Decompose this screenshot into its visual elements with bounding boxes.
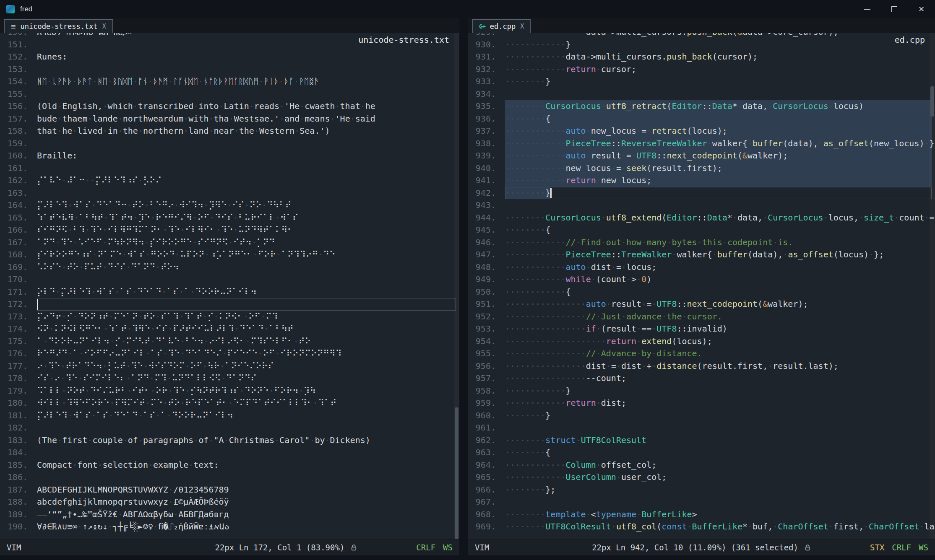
code-line[interactable]: 161. — [0, 162, 459, 175]
code-line[interactable]: 945.········{ — [468, 224, 935, 236]
code-line[interactable]: 158.that·he·lived·in·the·northern·land·n… — [0, 125, 459, 137]
code-line[interactable]: 940.············new_locus·=·seek(result.… — [468, 162, 935, 175]
code-line[interactable]: 964.············Column·offset_col; — [468, 459, 935, 472]
code-line[interactable]: 159. — [0, 137, 459, 150]
code-line[interactable]: 963.········{ — [468, 446, 935, 459]
tab-close-icon[interactable]: X — [520, 23, 524, 30]
code-line[interactable]: 968.········template·<typename·BufferLik… — [468, 508, 935, 521]
code-line[interactable]: 965.············UserColumn·user_col; — [468, 471, 935, 484]
code-line[interactable]: 953.················if·(result·==·UTF8::… — [468, 323, 935, 335]
code-line[interactable]: 944.········CursorLocus·utf8_extend(Edit… — [468, 212, 935, 224]
code-line[interactable]: 930.············} — [468, 39, 935, 51]
code-line[interactable]: 931.············data->multi_cursors.push… — [468, 51, 935, 63]
code-line[interactable]: 962.········struct·UTF8ColResult — [468, 434, 935, 447]
code-line[interactable]: 186. — [0, 471, 459, 484]
code-line[interactable]: 949.············while·(count·>·0) — [468, 273, 935, 286]
code-line[interactable]: 929.················data->multi_cursors.… — [468, 33, 935, 39]
code-line[interactable]: 961. — [468, 422, 935, 434]
code-line[interactable]: 183.(The·first·couple·of·paragraphs·of·"… — [0, 434, 459, 447]
code-line[interactable]: 967. — [468, 496, 935, 508]
tab-label: unicode-stress.txt — [20, 22, 97, 31]
code-line[interactable]: 943. — [468, 199, 935, 212]
code-line[interactable]: 155. — [0, 88, 459, 101]
code-line[interactable]: 957.················--count; — [468, 372, 935, 385]
code-line[interactable]: 166.⠎⠊⠛⠝⠫·⠃⠹·⠹⠑·⠊⠇⠻⠛⠹⠍⠁⠝⠂·⠹⠑·⠊⠇⠻⠊⠂·⠹⠑·⠥⠝… — [0, 224, 459, 236]
code-line[interactable]: 175.⠁·⠙⠕⠕⠗⠤⠝⠁⠊⠇⠲·⡊·⠍⠊⠣⠞·⠙⠁⠧⠑·⠃⠑⠲·⠔⠊⠇⠔⠫⠂·… — [0, 335, 459, 348]
code-line[interactable]: 947.············PieceTree::TreeWalker·wa… — [468, 249, 935, 261]
code-line[interactable]: 174.⠪⠝·⠅⠝⠪⠇⠫⠛⠑⠂·⠱⠁⠞·⠹⠻⠑·⠊⠎·⠏⠜⠞⠊⠊⠥⠇⠜⠇⠹·⠙⠑… — [0, 323, 459, 335]
code-line[interactable]: 171.⡕⠇⠙·⡍⠜⠇⠑⠹·⠺⠁⠎·⠁⠎·⠙⠑⠁⠙·⠁⠎·⠁·⠙⠕⠕⠗⠤⠝⠁⠊⠇… — [0, 286, 459, 298]
code-line[interactable]: 956.················dist·=·dist·+·distan… — [468, 360, 935, 373]
code-line[interactable]: 160.Braille: — [0, 150, 459, 162]
code-line[interactable]: 170. — [0, 273, 459, 286]
code-line[interactable]: 163. — [0, 187, 459, 200]
code-line[interactable]: 169.⠡⠕⠎⠑·⠞⠕·⠏⠥⠞·⠙⠊⠎·⠙⠁⠝⠙·⠞⠕⠲ — [0, 261, 459, 274]
code-line[interactable]: 952.················//·Just·advance·the·… — [468, 311, 935, 323]
code-line[interactable]: 181.⡍⠜⠇⠑⠹·⠺⠁⠎·⠁⠎·⠙⠑⠁⠙·⠁⠎·⠁·⠙⠕⠕⠗⠤⠝⠁⠊⠇⠲ — [0, 410, 459, 422]
scrollbar-thumb[interactable] — [930, 86, 934, 117]
code-line[interactable]: 165.⠱⠁⠞⠑⠧⠻·⠁⠃⠳⠞·⠹⠁⠞⠲·⡹⠑·⠗⠑⠛⠊⠌⠻·⠕⠋·⠙⠊⠎·⠃⠥… — [0, 212, 459, 224]
code-line[interactable]: 154.ᚻᛖ·ᚳᚹᚫᚦ·ᚦᚫᛏ·ᚻᛖ·ᛒᚢᛞᛖ·ᚩᚾ·ᚦᚫᛗ·ᛚᚪᚾᛞᛖ·ᚾᚩᚱ… — [0, 75, 459, 88]
code-line[interactable]: 184. — [0, 446, 459, 459]
scrollbar-thumb[interactable] — [455, 407, 458, 539]
line-number: 156. — [0, 100, 28, 113]
line-number: 934. — [468, 88, 496, 101]
code-line[interactable]: 157.bude·thaem·lande·northweardum·with·t… — [0, 113, 459, 125]
code-line[interactable]: 180.⠺⠊⠇⠇·⠹⠻⠑⠋⠕⠗⠑·⠏⠻⠍⠊⠞·⠍⠑·⠞⠕·⠗⠑⠏⠑⠁⠞⠂·⠑⠍⠏… — [0, 397, 459, 410]
code-line[interactable]: 966.········}; — [468, 484, 935, 496]
editor-surface-left[interactable]: unicode-stress.txt 150.እግርህን·በፍራሽህ·ልክ·ዘር… — [0, 33, 459, 539]
code-line[interactable]: 948.············auto·dist·=·locus; — [468, 261, 935, 274]
code-line[interactable]: 958.············} — [468, 385, 935, 397]
code-line[interactable]: 939.············auto·result·=·UTF8::next… — [468, 150, 935, 162]
scrollbar-left[interactable] — [454, 33, 459, 539]
code-line[interactable]: 932.············return·cursor; — [468, 63, 935, 76]
window-title: fred — [20, 5, 32, 13]
code-line[interactable]: 969.········UTF8ColResult·utf8_col(const… — [468, 521, 935, 533]
code-line[interactable]: 938.············PieceTree::ReverseTreeWa… — [468, 137, 935, 150]
code-line[interactable]: 182. — [0, 422, 459, 434]
editor-surface-right[interactable]: ed.cpp 929.················data->multi_c… — [468, 33, 935, 539]
code-line[interactable]: 960.········} — [468, 410, 935, 422]
code-line[interactable]: 164.⡍⠜⠇⠑⠹·⠺⠁⠎·⠙⠑⠁⠙⠒·⠞⠕·⠃⠑⠛⠔·⠺⠊⠹⠲·⡹⠻⠑·⠊⠎·… — [0, 199, 459, 212]
code-line[interactable]: 153. — [0, 63, 459, 76]
code-line[interactable]: 190.∀∂∈ℝ∧∪≡∞·↑↗↨↻⇣·┐┼╔╘░►☺♀·ﬁ�⑀₂ἠḂӥẄɐː⍎א… — [0, 521, 459, 533]
close-button[interactable]: ✕ — [908, 0, 935, 18]
code-line[interactable]: 185.Compact·font·selection·example·text: — [0, 459, 459, 472]
code-line[interactable]: 955.················//·Advance·by·distan… — [468, 347, 935, 360]
tab-close-icon[interactable]: X — [102, 23, 106, 30]
tab-unicode-stress[interactable]: ≡ unicode-stress.txt X — [4, 19, 113, 33]
code-line[interactable]: 162.⡌⠁⠧⠑·⠼⠁⠒··⡍⠜⠇⠑⠹⠰⠎·⡣⠕⠌ — [0, 174, 459, 187]
code-line[interactable]: 942.········} — [468, 187, 935, 200]
cursor-position-info: 22px Ln 942, Col 10 (11.09%) (361 select… — [592, 543, 798, 552]
code-line[interactable]: 941.············return·new_locus; — [468, 174, 935, 187]
code-line[interactable]: 937.············auto·new_locus·=·retract… — [468, 125, 935, 137]
code-line[interactable]: 933.········} — [468, 75, 935, 88]
minimize-button[interactable] — [853, 0, 880, 18]
code-line[interactable]: 935.········CursorLocus·utf8_retract(Edi… — [468, 100, 935, 113]
code-line[interactable]: 934. — [468, 88, 935, 101]
pane-divider[interactable] — [459, 18, 468, 555]
code-line[interactable]: 188.abcdefghijklmnopqrstuvwxyz·£©µÀÆÖÞßé… — [0, 496, 459, 508]
scrollbar-right[interactable] — [930, 33, 935, 539]
code-line[interactable]: 168.⡎⠊⠗⠕⠕⠛⠑⠰⠎·⠝⠁⠍⠑·⠺⠁⠎·⠛⠕⠕⠙·⠥⠏⠕⠝·⠰⡡⠁⠝⠛⠑⠂… — [0, 249, 459, 261]
code-line[interactable]: 959.············return·dist; — [468, 397, 935, 410]
lock-icon — [350, 544, 357, 551]
code-line[interactable]: 156.(Old·English,·which·transcribed·into… — [0, 100, 459, 113]
code-line[interactable]: 167.⠁⠝⠙·⠹⠑·⠡⠊⠑⠋·⠍⠳⠗⠝⠻⠲·⡎⠊⠗⠕⠕⠛⠑·⠎⠊⠛⠝⠫·⠊⠞⠲… — [0, 236, 459, 249]
code-line[interactable]: 178.⠊⠎·⠔·⠹⠑·⠎⠊⠍⠊⠇⠑⠆·⠁⠝⠙·⠍⠹·⠥⠝⠙⠁⠇⠇⠪⠫·⠙⠁⠝⠙… — [0, 372, 459, 385]
code-line[interactable]: 189.–—‘“”„†•…‰™œŠŸž€·ΑΒΓΔΩαβγδω·АБВГДабв… — [0, 508, 459, 521]
code-line[interactable]: 176.⠗⠑⠛⠜⠙·⠁·⠊⠕⠋⠋⠔⠤⠝⠁⠊⠇·⠁⠎·⠹⠑·⠙⠑⠁⠙⠑⠌·⠏⠊⠑⠊… — [0, 347, 459, 360]
code-line[interactable]: 177.⠔·⠹⠑·⠞⠗⠁⠙⠑⠲·⡃⠥⠞·⠹⠑·⠺⠊⠎⠙⠕⠍·⠕⠋·⠳⠗·⠁⠝⠊⠑… — [0, 360, 459, 373]
maximize-button[interactable] — [880, 0, 908, 18]
code-line[interactable]: 946.············//·Find·out·how·many·byt… — [468, 236, 935, 249]
code-line[interactable]: 152.Runes: — [0, 51, 459, 63]
tab-ed-cpp[interactable]: G+ ed.cpp X — [472, 19, 531, 33]
code-line[interactable]: 936.········{ — [468, 113, 935, 125]
code-line[interactable]: 173.⡍⠔⠙⠖·⡊·⠙⠕⠝⠰⠞·⠍⠑⠁⠝·⠞⠕·⠎⠁⠹·⠹⠁⠞·⡊·⠅⠝⠪⠂·… — [0, 311, 459, 323]
code-line[interactable]: 954.····················return·extend(lo… — [468, 335, 935, 348]
code-line[interactable]: 950.············{ — [468, 286, 935, 298]
code-line[interactable]: 179.⠩⠁⠇⠇·⠝⠕⠞·⠙⠊⠌⠥⠗⠃·⠊⠞⠂·⠕⠗·⠹⠑·⡊⠳⠝⠞⠗⠹⠰⠎·⠙… — [0, 385, 459, 397]
code-line[interactable]: 951.················auto·result·=·UTF8::… — [468, 298, 935, 311]
code-line[interactable]: 172. — [0, 298, 459, 311]
code-line[interactable]: 187.ABCDEFGHIJKLMNOPQRSTUVWXYZ·/01234567… — [0, 484, 459, 496]
